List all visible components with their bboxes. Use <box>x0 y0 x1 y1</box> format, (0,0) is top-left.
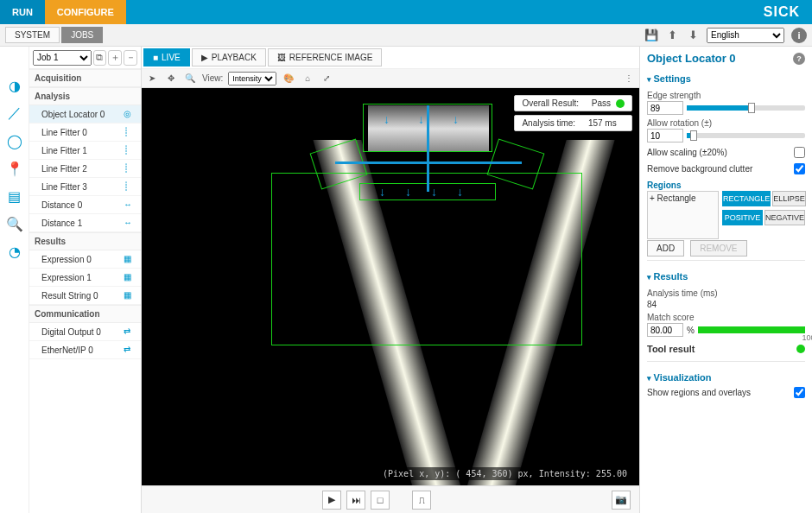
tree-item-distance-0[interactable]: Distance 0↔ <box>29 196 141 214</box>
configure-button[interactable]: CONFIGURE <box>45 0 126 24</box>
regions-list[interactable]: + Rectangle <box>647 191 719 239</box>
net-icon: ⇄ <box>124 345 134 355</box>
tree-item-digital-out[interactable]: Digital Output 0⇄ <box>29 323 141 341</box>
download-icon[interactable]: ⬇ <box>684 27 701 44</box>
tree-item-line-0[interactable]: Line Fitter 0┊ <box>29 124 141 142</box>
job-remove-icon[interactable]: － <box>124 50 137 66</box>
allow-scaling-checkbox[interactable] <box>794 147 805 158</box>
expand-icon[interactable]: ⤢ <box>320 72 333 86</box>
regions-label: Regions <box>647 180 805 190</box>
upload-icon[interactable]: ⬆ <box>663 27 681 44</box>
tab-playback[interactable]: ▶PLAYBACK <box>192 48 266 66</box>
view-mode-select[interactable]: Intensity <box>228 72 276 86</box>
play-button[interactable]: ▶ <box>322 491 341 510</box>
string-icon: ▦ <box>124 290 134 301</box>
tree-item-line-1[interactable]: Line Fitter 1┊ <box>29 142 141 160</box>
tool-list-icon[interactable]: ▤ <box>3 185 26 207</box>
shape-negative-button[interactable]: NEGATIVE <box>764 210 805 225</box>
shape-ellipse-button[interactable]: ELLIPSE <box>772 191 806 206</box>
run-button[interactable]: RUN <box>0 0 45 24</box>
remove-region-button[interactable]: REMOVE <box>690 240 746 256</box>
tree-item-line-2[interactable]: Line Fitter 2┊ <box>29 160 141 178</box>
save-icon[interactable]: 💾 <box>643 27 660 44</box>
info-icon[interactable]: i <box>791 28 807 43</box>
arrow-icon: ↓ <box>453 112 459 126</box>
tree-item-ethernetip[interactable]: EtherNet/IP 0⇄ <box>29 341 141 359</box>
zoom-icon[interactable]: 🔍 <box>183 72 197 86</box>
pass-indicator-icon <box>616 99 625 108</box>
analysis-time-label: Analysis time (ms) <box>647 288 805 298</box>
match-score-label: Match score <box>647 313 805 322</box>
arrow-icon: ↓ <box>418 112 424 126</box>
tool-strip: ◑ ／ ◯ 📍 ▤ 🔍 ◔ <box>0 47 29 513</box>
line-icon: ┊ <box>124 163 134 174</box>
image-viewer[interactable]: ↓ ↓ ↓ ↓ ↓ ↓ ↓ Overall Result: Pass Analy… <box>142 88 639 485</box>
tool-blob-icon[interactable]: ◑ <box>3 74 26 97</box>
menu-icon[interactable]: ⋮ <box>622 72 636 86</box>
arrow-icon: ↓ <box>457 185 463 199</box>
pointer-icon[interactable]: ➤ <box>145 72 159 86</box>
tool-shape-icon[interactable]: ◯ <box>3 130 26 152</box>
section-visualization[interactable]: Visualization <box>647 369 805 386</box>
section-settings[interactable]: Settings <box>647 70 805 87</box>
tool-panel: Object Locator 0 ? Settings Edge strengt… <box>639 47 812 513</box>
language-select[interactable]: English <box>707 28 784 43</box>
tree-section-acquisition[interactable]: Acquisition <box>29 69 141 87</box>
tree-item-object-locator[interactable]: Object Locator 0◎ <box>29 105 141 124</box>
home-icon[interactable]: ⌂ <box>301 72 314 86</box>
tree-item-line-3[interactable]: Line Fitter 3┊ <box>29 178 141 196</box>
arrow-icon: ↓ <box>405 185 411 199</box>
step-button[interactable]: ⏭ <box>346 491 365 510</box>
viewer-toolbar: ➤ ✥ 🔍 View: Intensity 🎨 ⌂ ⤢ ⋮ <box>142 69 639 88</box>
palette-icon[interactable]: 🎨 <box>282 72 295 86</box>
tab-reference[interactable]: 🖼REFERENCE IMAGE <box>268 48 383 66</box>
edge-strength-slider[interactable] <box>687 105 805 111</box>
show-regions-label: Show regions and overlays <box>647 388 751 397</box>
tab-system[interactable]: SYSTEM <box>5 27 60 43</box>
job-copy-icon[interactable]: ⧉ <box>93 50 107 66</box>
tool-pie-icon[interactable]: ◔ <box>3 240 26 263</box>
remove-bg-checkbox[interactable] <box>794 163 805 174</box>
secondbar: SYSTEM JOBS 💾 ⬆ ⬇ English i <box>0 24 812 47</box>
tree-item-expr-1[interactable]: Expression 1▦ <box>29 269 141 287</box>
rotation-slider[interactable] <box>687 133 805 138</box>
edge-strength-input[interactable] <box>647 101 683 115</box>
tree-section-analysis: Analysis <box>29 87 141 105</box>
brand-logo: SICK <box>752 0 812 24</box>
match-score-input[interactable] <box>647 323 683 337</box>
rotation-label: Allow rotation (±) <box>647 118 805 128</box>
trigger-button[interactable]: ⎍ <box>412 491 431 510</box>
pixel-coord-readout: (Pixel x, y): ( 454, 360) px, Intensity:… <box>377 467 632 480</box>
shape-positive-button[interactable]: POSITIVE <box>722 210 763 225</box>
topbar: RUN CONFIGURE SICK <box>0 0 812 24</box>
section-results[interactable]: Results <box>647 268 805 285</box>
move-icon[interactable]: ✥ <box>164 72 178 86</box>
tree-section-comm: Communication <box>29 305 141 323</box>
tool-edge-icon[interactable]: ／ <box>3 102 26 124</box>
remove-bg-label: Remove background clutter <box>647 164 752 174</box>
tree-item-expr-0[interactable]: Expression 0▦ <box>29 250 141 269</box>
show-regions-checkbox[interactable] <box>794 387 805 398</box>
add-region-button[interactable]: ADD <box>647 240 684 256</box>
tool-title: Object Locator 0 <box>647 52 736 65</box>
tool-search-icon[interactable]: 🔍 <box>3 212 26 235</box>
analysis-time-card: Analysis time: 157 ms <box>514 115 632 131</box>
tree-item-resultstr[interactable]: Result String 0▦ <box>29 287 141 305</box>
arrow-icon: ↓ <box>379 185 385 199</box>
tab-jobs[interactable]: JOBS <box>61 27 103 43</box>
shape-rectangle-button[interactable]: RECTANGLE <box>722 191 771 206</box>
rotation-input[interactable] <box>647 129 683 142</box>
tool-pin-icon[interactable]: 📍 <box>3 157 26 180</box>
stop-button[interactable]: □ <box>371 491 390 510</box>
job-add-icon[interactable]: ＋ <box>108 50 122 66</box>
tree-item-distance-1[interactable]: Distance 1↔ <box>29 214 141 232</box>
match-unit: % <box>687 326 695 335</box>
snapshot-button[interactable]: 📷 <box>612 491 631 510</box>
arrow-icon: ↓ <box>384 112 390 126</box>
help-icon[interactable]: ? <box>793 53 805 65</box>
allow-scaling-label: Allow scaling (±20%) <box>647 148 727 157</box>
center-column: ■LIVE ▶PLAYBACK 🖼REFERENCE IMAGE ➤ ✥ 🔍 V… <box>142 47 639 513</box>
tab-live[interactable]: ■LIVE <box>143 48 190 66</box>
job-select[interactable]: Job 1 <box>33 50 92 66</box>
match-score-bar: 100.00 <box>698 326 805 333</box>
